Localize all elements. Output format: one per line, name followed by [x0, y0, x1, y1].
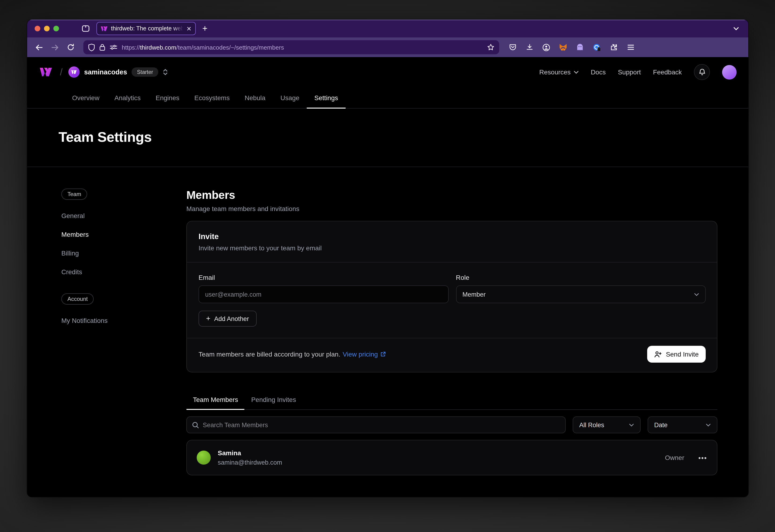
settings-sidebar: Team General Members Billing Credits Acc… — [61, 189, 186, 497]
nav-support[interactable]: Support — [618, 68, 641, 76]
nav-resources-label: Resources — [539, 68, 570, 76]
add-another-label: Add Another — [214, 315, 249, 322]
url-bar[interactable]: https://thirdweb.com/team/saminacodes/~/… — [83, 40, 499, 54]
sidebar-item-general[interactable]: General — [61, 212, 85, 219]
dashboard-tabs: Overview Analytics Engines Ecosystems Ne… — [27, 87, 748, 109]
thirdweb-logo[interactable] — [37, 67, 54, 77]
tab-overview[interactable]: Overview — [65, 87, 107, 108]
sidebar-item-my-notifications[interactable]: My Notifications — [61, 317, 108, 324]
send-invite-button[interactable]: Send Invite — [647, 346, 706, 363]
phantom-icon[interactable] — [573, 40, 587, 54]
tab-close-icon[interactable]: ✕ — [186, 26, 191, 32]
team-switcher-icon[interactable] — [162, 68, 168, 76]
nav-resources[interactable]: Resources — [539, 68, 578, 76]
date-sort-select[interactable]: Date — [648, 416, 717, 433]
url-domain: thirdweb.com — [140, 44, 176, 51]
view-pricing-label: View pricing — [343, 350, 378, 358]
browser-tab-active[interactable]: thirdweb: The complete web3 de ✕ — [96, 22, 196, 35]
tracking-protection-shield-icon[interactable] — [88, 43, 95, 51]
sidebar-section-team: Team — [61, 189, 87, 200]
search-box[interactable] — [186, 416, 566, 433]
sidebar-section-account: Account — [61, 293, 94, 305]
invite-card-header: Invite Invite new members to your team b… — [187, 221, 717, 262]
roles-filter-value: All Roles — [579, 421, 604, 428]
firefox-view-icon[interactable] — [81, 24, 90, 33]
chevron-down-icon — [706, 423, 711, 426]
title-band: Team Settings — [27, 109, 748, 167]
email-field[interactable] — [199, 285, 448, 303]
member-role: Owner — [665, 454, 684, 461]
minimize-window-button[interactable] — [44, 26, 50, 31]
back-button[interactable] — [32, 40, 46, 54]
tab-nebula[interactable]: Nebula — [237, 87, 273, 108]
tab-analytics[interactable]: Analytics — [107, 87, 148, 108]
window-controls — [35, 26, 59, 31]
person-plus-icon — [654, 351, 662, 358]
breadcrumb-slash: / — [60, 67, 62, 77]
view-pricing-link[interactable]: View pricing — [343, 350, 386, 358]
billing-note-text: Team members are billed according to you… — [199, 350, 340, 358]
member-actions-menu[interactable]: ••• — [698, 454, 707, 462]
reload-button[interactable] — [64, 40, 78, 54]
sidebar-item-billing[interactable]: Billing — [61, 249, 79, 257]
new-tab-button[interactable]: + — [202, 23, 208, 34]
site-header: / saminacodes Starter — [27, 57, 748, 87]
extensions-puzzle-icon[interactable] — [607, 40, 621, 54]
nav-feedback[interactable]: Feedback — [653, 68, 682, 76]
tab-usage[interactable]: Usage — [273, 87, 307, 108]
bookmark-star-icon[interactable] — [487, 44, 494, 51]
account-icon[interactable] — [539, 40, 553, 54]
permissions-icon[interactable] — [109, 44, 117, 51]
invite-card: Invite Invite new members to your team b… — [186, 221, 717, 372]
notifications-button[interactable] — [694, 64, 710, 80]
team-avatar[interactable] — [68, 66, 79, 78]
page-title: Team Settings — [58, 129, 748, 145]
user-avatar[interactable] — [722, 65, 737, 79]
url-text[interactable]: https://thirdweb.com/team/saminacodes/~/… — [122, 44, 483, 51]
role-select[interactable]: Member — [456, 285, 706, 303]
maximize-window-button[interactable] — [53, 26, 59, 31]
url-path: /team/saminacodes/~/settings/members — [176, 44, 284, 51]
pocket-icon[interactable] — [506, 40, 519, 54]
desktop-background: thirdweb: The complete web3 de ✕ + — [0, 0, 775, 532]
members-heading: Members — [186, 189, 717, 202]
tab-engines[interactable]: Engines — [148, 87, 187, 108]
members-panel: Members Manage team members and invitati… — [186, 189, 717, 497]
tab-settings[interactable]: Settings — [307, 87, 346, 108]
menu-icon[interactable] — [624, 40, 637, 54]
onepassword-icon[interactable] — [590, 40, 604, 54]
sidebar-team-list: General Members Billing Credits — [61, 206, 186, 281]
tab-ecosystems[interactable]: Ecosystems — [187, 87, 237, 108]
member-email: samina@thirdweb.com — [218, 459, 282, 466]
download-icon[interactable] — [522, 40, 536, 54]
add-another-button[interactable]: + Add Another — [199, 311, 256, 327]
chevron-down-icon — [573, 70, 578, 74]
plus-icon: + — [206, 314, 211, 323]
invite-form: Email Role Member — [187, 262, 717, 303]
send-invite-label: Send Invite — [666, 350, 699, 358]
search-input[interactable] — [203, 421, 560, 428]
browser-toolbar: https://thirdweb.com/team/saminacodes/~/… — [27, 37, 748, 57]
browser-tab-bar: thirdweb: The complete web3 de ✕ + — [27, 20, 748, 37]
roles-filter-select[interactable]: All Roles — [573, 416, 641, 433]
sidebar-item-credits[interactable]: Credits — [61, 268, 82, 276]
member-name: Samina — [218, 449, 282, 457]
tab-pending-invites[interactable]: Pending Invites — [245, 396, 303, 409]
url-scheme: https:// — [122, 44, 140, 51]
search-icon — [192, 421, 199, 428]
tab-team-members[interactable]: Team Members — [186, 396, 245, 409]
invite-title: Invite — [199, 232, 706, 241]
plan-badge: Starter — [132, 67, 158, 77]
list-tabs-chevron-icon[interactable] — [732, 25, 740, 32]
metamask-icon[interactable] — [556, 40, 570, 54]
lock-icon[interactable] — [99, 44, 105, 51]
close-window-button[interactable] — [35, 26, 40, 31]
thirdweb-dashboard-page: / saminacodes Starter — [27, 57, 748, 497]
forward-button[interactable] — [48, 40, 62, 54]
nav-docs[interactable]: Docs — [591, 68, 606, 76]
team-name[interactable]: saminacodes — [84, 68, 127, 76]
external-link-icon — [380, 351, 386, 357]
invite-subtitle: Invite new members to your team by email — [199, 244, 706, 252]
member-row: Samina samina@thirdweb.com Owner ••• — [186, 440, 717, 475]
sidebar-item-members[interactable]: Members — [61, 231, 89, 238]
